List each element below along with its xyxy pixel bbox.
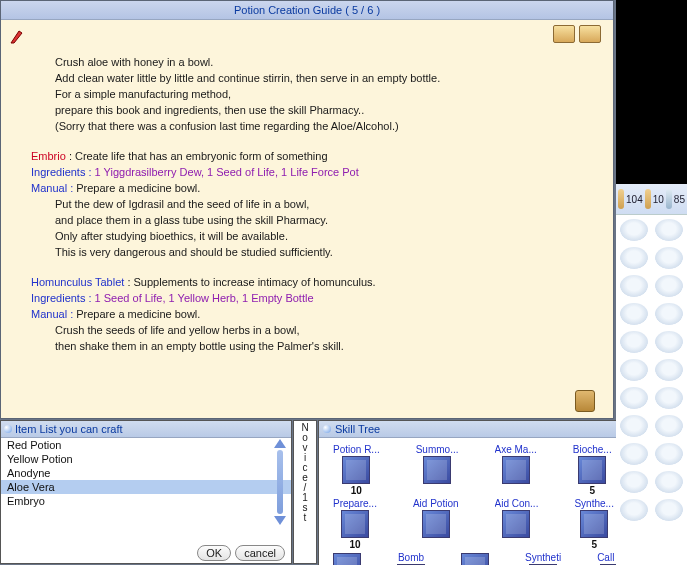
- inventory-slot[interactable]: [620, 275, 648, 297]
- item-icon[interactable]: [645, 189, 651, 209]
- guide-text: (Sorry that there was a confusion last t…: [55, 118, 595, 134]
- inventory-slot[interactable]: [620, 387, 648, 409]
- recipe-desc: : Create life that has an embryonic form…: [66, 150, 328, 162]
- skill-name: Axe Ma...: [495, 444, 537, 455]
- recipe-section: Embrio : Create life that has an embryon…: [31, 148, 595, 260]
- skill-slot[interactable]: Aid Con...: [495, 498, 539, 550]
- guide-text: Crush aloe with honey in a bowl.: [55, 54, 595, 70]
- skill-name: Synthe...: [574, 498, 613, 509]
- ok-button[interactable]: OK: [197, 545, 231, 561]
- cancel-button[interactable]: cancel: [235, 545, 285, 561]
- inventory-slot[interactable]: [620, 415, 648, 437]
- class-tab[interactable]: N o v i c e / 1 s t: [293, 420, 317, 564]
- recipe-section: Homunculus Tablet : Supplements to incre…: [31, 274, 595, 354]
- inventory-slot[interactable]: [655, 415, 683, 437]
- craft-item-list-window: Item List you can craft Red Potion Yello…: [0, 420, 292, 564]
- manual-line: Prepare a medicine bowl.: [76, 308, 200, 320]
- guide-text: For a simple manufacturing method,: [55, 86, 595, 102]
- scrollbar[interactable]: [273, 439, 287, 525]
- skill-icon[interactable]: [580, 510, 608, 538]
- list-item[interactable]: Anodyne: [1, 466, 291, 480]
- manual-line: This is very dangerous and should be stu…: [55, 244, 595, 260]
- bag-icon[interactable]: [575, 390, 595, 412]
- skill-name: Bioche...: [573, 444, 612, 455]
- skill-slot[interactable]: Aid Potion: [413, 498, 459, 550]
- inventory-slot[interactable]: [655, 471, 683, 493]
- skill-icon[interactable]: [461, 553, 489, 565]
- skill-slot[interactable]: Axe Ma...: [495, 444, 537, 496]
- quill-icon: [9, 29, 25, 45]
- page-nav-icons: [553, 25, 601, 43]
- skill-slot[interactable]: Synthe...5: [574, 498, 613, 550]
- skill-name: Aid Potion: [413, 498, 459, 509]
- next-page-icon[interactable]: [579, 25, 601, 43]
- inventory-slot[interactable]: [620, 219, 648, 241]
- skill-level: 10: [333, 539, 377, 550]
- skill-slot[interactable]: Prepare...10: [333, 498, 377, 550]
- list-item[interactable]: Aloe Vera: [1, 480, 291, 494]
- inventory-slot[interactable]: [655, 219, 683, 241]
- inventory-header: 104 10 85: [616, 184, 687, 215]
- blank-area: [616, 0, 687, 184]
- guide-text: Add clean water little by little and con…: [55, 70, 595, 86]
- scroll-down-icon[interactable]: [274, 516, 286, 525]
- inventory-slot[interactable]: [620, 499, 648, 521]
- skill-slot[interactable]: Bomb: [397, 552, 425, 565]
- skill-name: Bomb: [397, 552, 425, 563]
- skill-slot[interactable]: Syntheti5: [525, 552, 561, 565]
- potion-guide-window: Potion Creation Guide ( 5 / 6 ) Crush al…: [0, 0, 614, 419]
- manual-line: then shake them in an empty bottle using…: [55, 338, 595, 354]
- skill-name: Potion R...: [333, 444, 380, 455]
- inventory-slot[interactable]: [620, 359, 648, 381]
- skill-icon[interactable]: [423, 456, 451, 484]
- skill-slot[interactable]: Potion R...10: [333, 444, 380, 496]
- skill-slot[interactable]: Summo...: [416, 444, 459, 496]
- recipe-name: Homunculus Tablet: [31, 276, 124, 288]
- skill-icon[interactable]: [341, 510, 369, 538]
- inventory-slot[interactable]: [620, 471, 648, 493]
- inventory-slot[interactable]: [655, 331, 683, 353]
- scroll-up-icon[interactable]: [274, 439, 286, 448]
- inventory-slots: [616, 215, 687, 521]
- skill-slot[interactable]: [461, 552, 489, 565]
- inventory-slot[interactable]: [655, 275, 683, 297]
- skill-icon[interactable]: [333, 553, 361, 565]
- ingredients: 1 Yiggdrasilberry Dew, 1 Seed of Life, 1…: [95, 166, 359, 178]
- inventory-slot[interactable]: [655, 499, 683, 521]
- inventory-slot[interactable]: [620, 247, 648, 269]
- list-item[interactable]: Red Potion: [1, 438, 291, 452]
- window-title[interactable]: Potion Creation Guide ( 5 / 6 ): [1, 1, 613, 20]
- inventory-slot[interactable]: [655, 387, 683, 409]
- item-list-header[interactable]: Item List you can craft: [1, 421, 291, 438]
- inventory-slot[interactable]: [620, 331, 648, 353]
- manual-line: Only after studying bioethics, it will b…: [55, 228, 595, 244]
- recipe-desc: : Supplements to increase intimacy of ho…: [124, 276, 375, 288]
- bottle-icon[interactable]: [666, 189, 672, 209]
- list-item[interactable]: Yellow Potion: [1, 452, 291, 466]
- ingredients: 1 Seed of Life, 1 Yellow Herb, 1 Empty B…: [95, 292, 314, 304]
- inventory-slot[interactable]: [655, 303, 683, 325]
- scroll-thumb[interactable]: [277, 450, 283, 514]
- inventory-slot[interactable]: [620, 443, 648, 465]
- item-icon[interactable]: [618, 189, 624, 209]
- inventory-slot[interactable]: [655, 247, 683, 269]
- item-count: 104: [626, 194, 643, 205]
- ingredients-label: Ingredients :: [31, 166, 95, 178]
- skill-icon[interactable]: [578, 456, 606, 484]
- skill-icon[interactable]: [342, 456, 370, 484]
- skill-level: 5: [573, 485, 612, 496]
- skill-icon[interactable]: [422, 510, 450, 538]
- skill-icon[interactable]: [502, 510, 530, 538]
- inventory-slot[interactable]: [620, 303, 648, 325]
- guide-text: prepare this book and ingredients, then …: [55, 102, 595, 118]
- manual-label: Manual :: [31, 308, 76, 320]
- inventory-slot[interactable]: [655, 359, 683, 381]
- skill-icon[interactable]: [502, 456, 530, 484]
- list-item[interactable]: Embryo: [1, 494, 291, 508]
- manual-line: and place them in a glass tube using the…: [55, 212, 595, 228]
- skill-slot[interactable]: Bioche...5: [573, 444, 612, 496]
- prev-page-icon[interactable]: [553, 25, 575, 43]
- manual-line: Crush the seeds of life and yellow herbs…: [55, 322, 595, 338]
- inventory-slot[interactable]: [655, 443, 683, 465]
- skill-slot[interactable]: [333, 552, 361, 565]
